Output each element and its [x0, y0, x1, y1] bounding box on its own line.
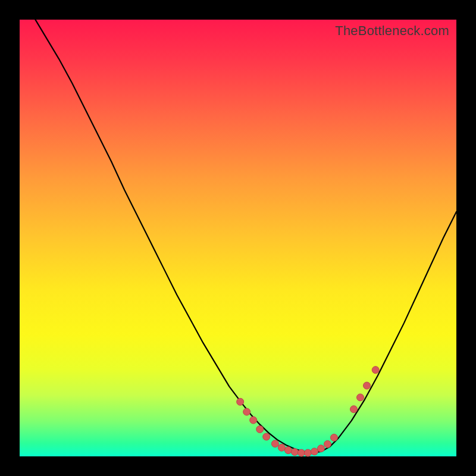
- curve-dot: [278, 444, 285, 451]
- curve-dot: [304, 449, 311, 456]
- bottleneck-curve: [20, 0, 456, 453]
- curve-dot: [364, 382, 371, 389]
- curve-dot: [372, 367, 379, 374]
- curve-dot: [284, 447, 292, 454]
- curve-dot: [250, 416, 257, 424]
- plot-area: TheBottleneck.com: [20, 20, 456, 456]
- curve-dot: [357, 394, 364, 401]
- curve-dot: [311, 448, 318, 455]
- curve-dot: [317, 445, 324, 452]
- curve-dot: [324, 440, 331, 447]
- curve-dot: [330, 434, 337, 441]
- curve-dot: [263, 433, 270, 440]
- curve-dot: [237, 398, 244, 405]
- chart-frame: TheBottleneck.com: [0, 0, 476, 476]
- curve-dot: [350, 406, 358, 413]
- curve-dot: [271, 440, 278, 447]
- curve-dot: [256, 425, 264, 433]
- curve-dot: [243, 408, 250, 415]
- curve-svg: [20, 20, 456, 456]
- curve-dot: [298, 449, 305, 456]
- curve-dot: [291, 449, 298, 456]
